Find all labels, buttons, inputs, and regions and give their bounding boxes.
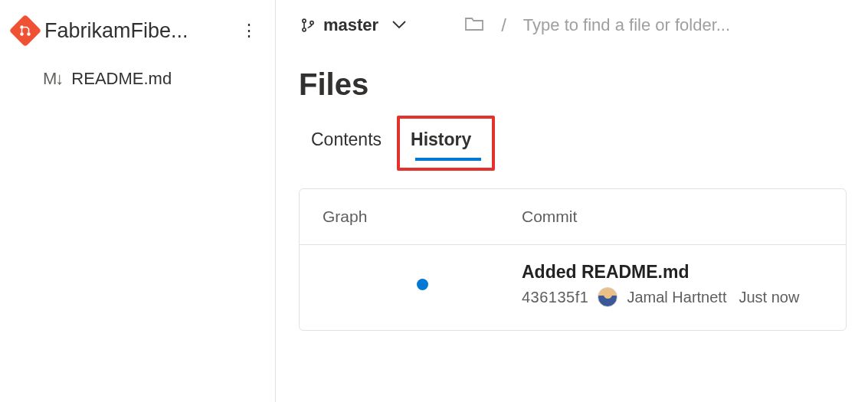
- path-separator: /: [501, 15, 506, 36]
- commit-meta: 436135f1 Jamal Hartnett Just now: [522, 287, 823, 307]
- history-card: Graph Commit Added README.md 436135f1 Ja…: [299, 188, 847, 331]
- svg-point-1: [27, 32, 31, 36]
- avatar[interactable]: [598, 287, 617, 307]
- chevron-down-icon: [392, 18, 406, 32]
- tabs: Contents History: [299, 122, 483, 159]
- folder-icon: [464, 15, 484, 35]
- branch-selector[interactable]: master: [299, 12, 412, 38]
- repo-header: FabrikamFibe... ⋮: [0, 14, 275, 58]
- more-options-button[interactable]: ⋮: [237, 18, 261, 43]
- svg-point-3: [303, 19, 306, 22]
- commit-title[interactable]: Added README.md: [522, 262, 823, 287]
- commit-cell: Added README.md 436135f1 Jamal Hartnett …: [522, 262, 823, 307]
- table-row[interactable]: Added README.md 436135f1 Jamal Hartnett …: [300, 245, 846, 330]
- tree-item-label: README.md: [71, 69, 172, 89]
- branch-name: master: [323, 15, 378, 35]
- main-content: master / Files Contents History Graph Co…: [276, 0, 868, 402]
- commit-time: Just now: [739, 289, 799, 306]
- column-header-commit[interactable]: Commit: [522, 208, 823, 226]
- markdown-icon: M↓: [43, 69, 62, 89]
- svg-point-0: [20, 25, 24, 29]
- topbar: master /: [299, 12, 868, 54]
- svg-point-4: [303, 28, 306, 31]
- tree-item-readme[interactable]: M↓ README.md: [0, 58, 275, 95]
- git-icon: [9, 15, 41, 47]
- branch-icon: [300, 17, 316, 34]
- svg-point-2: [20, 32, 24, 36]
- commit-hash[interactable]: 436135f1: [522, 289, 588, 306]
- sidebar: FabrikamFibe... ⋮ M↓ README.md: [0, 0, 276, 402]
- path-search-input[interactable]: [523, 15, 868, 35]
- tab-history[interactable]: History: [398, 122, 483, 159]
- page-title: Files: [299, 54, 868, 122]
- svg-point-5: [310, 21, 313, 25]
- tab-contents[interactable]: Contents: [299, 122, 394, 159]
- commit-author[interactable]: Jamal Hartnett: [627, 289, 726, 306]
- graph-cell: [323, 262, 522, 290]
- column-header-graph[interactable]: Graph: [323, 208, 522, 226]
- repo-title[interactable]: FabrikamFibe...: [44, 19, 229, 43]
- history-header: Graph Commit: [300, 189, 846, 245]
- commit-dot-icon: [417, 279, 428, 290]
